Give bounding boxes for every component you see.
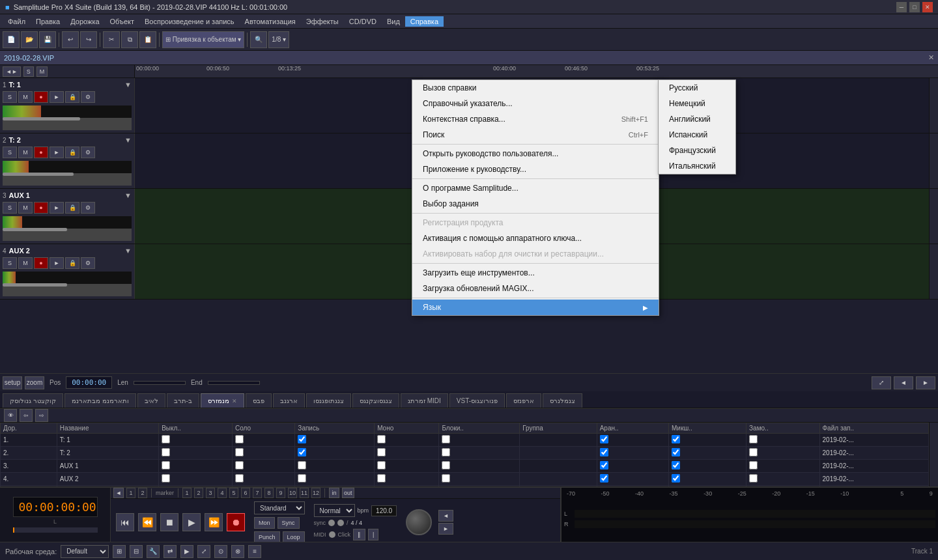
track-collapse-4[interactable]: ▼ xyxy=(124,247,132,255)
mon-button[interactable]: Mon xyxy=(254,517,275,529)
ruler-btn2[interactable]: S xyxy=(23,66,34,77)
mixer-tool-1[interactable]: 👁 xyxy=(4,409,17,422)
pos-timecode[interactable]: 00:00:00 xyxy=(66,376,112,389)
rewind-button[interactable]: ⏪ xyxy=(138,513,156,531)
track-solo-1[interactable]: S xyxy=(3,91,17,103)
track-record-3[interactable]: ● xyxy=(34,202,48,214)
row-3-aran[interactable] xyxy=(597,460,668,473)
expand-button[interactable]: ⤢ xyxy=(872,376,891,389)
lang-spanish[interactable]: Испанский xyxy=(659,127,735,143)
track-lock-4[interactable]: 🔒 xyxy=(65,257,79,269)
row-4-rec[interactable] xyxy=(295,473,375,486)
cut-button[interactable]: ✂ xyxy=(103,31,120,48)
track-settings-4[interactable]: ⚙ xyxy=(81,257,95,269)
row-2-mono[interactable] xyxy=(375,447,439,460)
help-item-appendix[interactable]: Приложение к руководству... xyxy=(412,161,659,177)
to-start-button[interactable]: ⏮ xyxy=(116,513,134,531)
row-4-mute[interactable] xyxy=(159,473,233,486)
row-4-lock[interactable] xyxy=(746,473,819,486)
tab-7[interactable]: צנגתופגנסו xyxy=(306,393,351,408)
marker-8[interactable]: 8 xyxy=(264,488,274,498)
row-1-rec[interactable] xyxy=(295,434,375,447)
tab-2[interactable]: לאיב xyxy=(137,393,165,408)
track-scrollbar-1[interactable] xyxy=(929,78,938,133)
lang-german[interactable]: Немецкий xyxy=(659,96,735,111)
track-scrollbar-4[interactable] xyxy=(929,244,938,299)
zoom-button[interactable]: zoom xyxy=(25,376,44,389)
track-record-4[interactable]: ● xyxy=(34,257,48,269)
track-mute-1[interactable]: M xyxy=(18,91,33,103)
marker-5[interactable]: 5 xyxy=(229,488,238,498)
project-close-button[interactable]: ✕ xyxy=(928,53,934,62)
normal-mode-select[interactable]: Normal xyxy=(314,504,355,517)
marker-4[interactable]: 4 xyxy=(218,488,227,498)
marker-3[interactable]: 3 xyxy=(206,488,215,498)
marker-11[interactable]: 11 xyxy=(300,488,309,498)
track-solo-2[interactable]: S xyxy=(3,147,17,158)
tab-8[interactable]: צנגסוצקנגס xyxy=(352,393,399,408)
track-settings-3[interactable]: ⚙ xyxy=(81,202,95,214)
row-2-solo[interactable] xyxy=(233,447,295,460)
row-1-mute[interactable] xyxy=(159,434,233,447)
marker-1b[interactable]: 1 xyxy=(182,488,192,498)
ws-btn-3[interactable]: 🔧 xyxy=(147,545,160,558)
row-1-mix[interactable] xyxy=(669,434,746,447)
row-1-lock[interactable] xyxy=(746,434,819,447)
marker-1[interactable]: 1 xyxy=(126,488,135,498)
help-item-activation[interactable]: Активация с помощью аппаратного ключа... xyxy=(412,231,659,246)
tab-10[interactable]: VST-פנורוצגוס xyxy=(449,393,505,408)
copy-button[interactable]: ⧉ xyxy=(121,31,138,48)
row-2-blocks[interactable] xyxy=(439,447,520,460)
track-collapse-2[interactable]: ▼ xyxy=(124,136,132,144)
lang-french[interactable]: Французский xyxy=(659,143,735,158)
help-item-sprav[interactable]: Справочный указатель... xyxy=(412,96,659,111)
help-item-vyzov[interactable]: Вызов справки xyxy=(412,80,659,96)
tab-11[interactable]: ארפנזס xyxy=(506,393,541,408)
marker-2[interactable]: 2 xyxy=(138,488,147,498)
row-1-aran[interactable] xyxy=(597,434,668,447)
open-button[interactable]: 📂 xyxy=(21,31,38,48)
ws-btn-8[interactable]: ⊗ xyxy=(231,545,244,558)
marker-10[interactable]: 10 xyxy=(288,488,297,498)
tab-12[interactable]: צנמלנרס xyxy=(543,393,582,408)
redo-button[interactable]: ↪ xyxy=(80,31,97,48)
track-settings-1[interactable]: ⚙ xyxy=(81,91,95,103)
track-solo-3[interactable]: S xyxy=(3,202,17,214)
tab-close-4[interactable]: ✕ xyxy=(232,398,237,404)
row-3-rec[interactable] xyxy=(295,460,375,473)
row-2-lock[interactable] xyxy=(746,447,819,460)
row-3-lock[interactable] xyxy=(746,460,819,473)
row-1-blocks[interactable] xyxy=(439,434,520,447)
track-mute-3[interactable]: M xyxy=(18,202,33,214)
sync-button[interactable]: Sync xyxy=(277,517,300,529)
menu-file[interactable]: Файл xyxy=(3,16,31,27)
track-play-4[interactable]: ► xyxy=(50,257,64,269)
minimize-button[interactable]: ─ xyxy=(896,2,907,12)
snap-button[interactable]: ⊞ Привязка к объектам ▾ xyxy=(162,31,244,48)
row-2-rec[interactable] xyxy=(295,447,375,460)
track-record-1[interactable]: ● xyxy=(34,91,48,103)
row-1-mono[interactable] xyxy=(375,434,439,447)
marker-7[interactable]: 7 xyxy=(253,488,262,498)
row-4-mono[interactable] xyxy=(375,473,439,486)
row-3-solo[interactable] xyxy=(233,460,295,473)
search-button[interactable]: 🔍 xyxy=(250,31,267,48)
nav-left[interactable]: ◄ xyxy=(438,510,453,522)
end-timecode[interactable] xyxy=(208,381,260,385)
prev-marker-button[interactable]: ◄ xyxy=(113,488,124,498)
ws-btn-1[interactable]: ⊞ xyxy=(113,545,126,558)
track-record-2[interactable]: ● xyxy=(34,147,48,158)
marker-2b[interactable]: 2 xyxy=(194,488,203,498)
help-item-language[interactable]: Язык ▶ xyxy=(412,300,659,315)
help-item-task[interactable]: Выбор задания xyxy=(412,196,659,212)
maximize-button[interactable]: □ xyxy=(909,2,920,12)
row-3-mono[interactable] xyxy=(375,460,439,473)
stop-button[interactable]: ⏹ xyxy=(160,513,178,531)
help-item-context[interactable]: Контекстная справка... Shift+F1 xyxy=(412,111,659,127)
tab-9[interactable]: זמרתנ MIDI xyxy=(401,393,448,408)
row-4-solo[interactable] xyxy=(233,473,295,486)
tab-0[interactable]: קוקצטר גנולוסק xyxy=(3,393,63,408)
track-lock-2[interactable]: 🔒 xyxy=(65,147,79,158)
menu-object[interactable]: Объект xyxy=(105,16,139,27)
marker-9[interactable]: 9 xyxy=(276,488,285,498)
